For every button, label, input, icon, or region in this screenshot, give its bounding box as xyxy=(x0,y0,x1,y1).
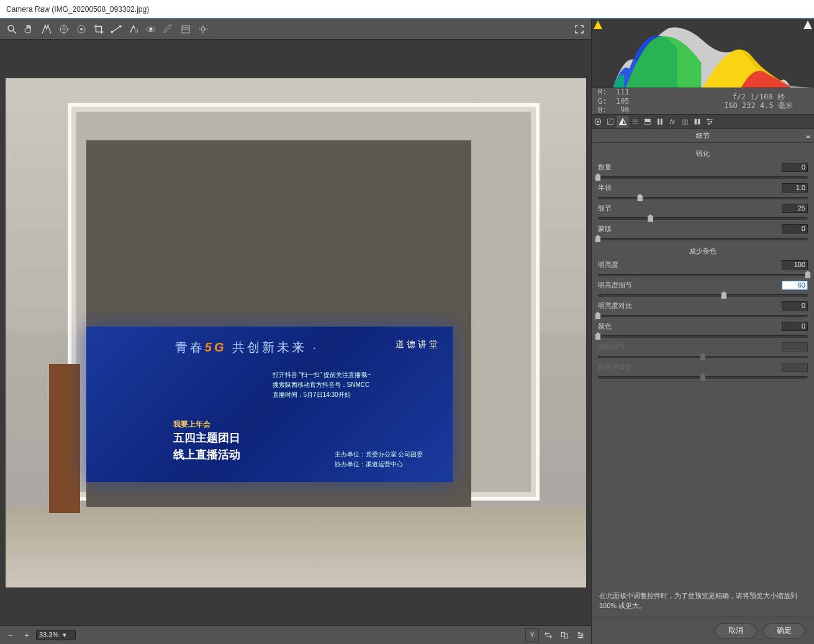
svg-point-15 xyxy=(150,27,153,30)
slider-label: 明亮度 xyxy=(598,260,618,270)
tab-lens[interactable] xyxy=(654,116,666,128)
slider-track[interactable] xyxy=(598,291,808,299)
slider-thumb[interactable] xyxy=(595,332,601,340)
svg-point-35 xyxy=(597,120,599,123)
ok-button[interactable]: 确定 xyxy=(763,624,805,638)
tab-basic[interactable] xyxy=(592,116,604,128)
slider-thumb[interactable] xyxy=(805,271,811,278)
panel-help-text: 在此面板中调整控件时，为了使预览更精确，请将预览大小缩放到 100% 或更大。 xyxy=(592,585,814,617)
slider-label: 数量 xyxy=(598,163,612,172)
slider-color: 颜色0 xyxy=(598,321,808,340)
slider-track[interactable] xyxy=(598,173,808,181)
zoom-out-button[interactable]: − xyxy=(4,628,17,642)
svg-point-30 xyxy=(581,634,582,635)
led-txt3: 直播时间：5月7日14:30开始 xyxy=(273,390,371,400)
tab-presets[interactable] xyxy=(691,116,703,128)
redeye-tool-icon[interactable] xyxy=(143,21,159,37)
hand-tool-icon[interactable] xyxy=(21,21,37,37)
radial-filter-icon[interactable] xyxy=(195,21,211,37)
slider-label: 明亮度对比 xyxy=(598,301,632,311)
tab-calib[interactable] xyxy=(679,116,691,128)
zoom-in-button[interactable]: + xyxy=(20,628,34,642)
slider-thumb[interactable] xyxy=(648,214,653,222)
info-readout: R: 111 G: 105 B: 98 f/2 1/100 秒 ISO 232 … xyxy=(592,88,814,114)
straighten-tool-icon[interactable] xyxy=(108,21,124,37)
slider-track[interactable] xyxy=(598,311,808,320)
slider-thumb[interactable] xyxy=(637,194,643,201)
slider-thumb[interactable] xyxy=(721,291,726,299)
preview-settings-button[interactable] xyxy=(574,628,587,642)
crop-tool-icon[interactable] xyxy=(91,21,107,37)
slider-value-input[interactable]: 1.0 xyxy=(782,183,808,193)
slider-masking: 蒙版0 xyxy=(598,224,808,243)
histogram[interactable] xyxy=(592,19,814,88)
fullscreen-icon[interactable] xyxy=(571,21,587,37)
readout-iso-focal: ISO 232 4.5 毫米 xyxy=(724,101,793,110)
zoom-tool-icon[interactable] xyxy=(4,21,20,37)
tab-curve[interactable] xyxy=(604,116,617,128)
white-balance-icon[interactable] xyxy=(38,21,55,37)
readout-g-value: 105 xyxy=(616,97,630,106)
slider-thumb[interactable] xyxy=(595,312,601,319)
spot-removal-icon[interactable] xyxy=(125,21,142,37)
readout-r-value: 111 xyxy=(616,88,630,96)
slider-value-input[interactable]: 0 xyxy=(782,163,808,172)
dialog-footer: 取消 确定 xyxy=(592,617,814,644)
svg-line-1 xyxy=(13,30,16,34)
slider-thumb[interactable] xyxy=(595,235,601,242)
svg-rect-42 xyxy=(644,119,650,122)
panel-menu-icon[interactable]: ≡ xyxy=(807,132,810,140)
image-preview[interactable]: 青春5G 共创新未来 · 道德讲堂 打开抖音 "扫一扫" 提前关注直播哦~ 搜索… xyxy=(0,40,591,625)
tab-snapshots[interactable] xyxy=(703,116,716,128)
svg-rect-25 xyxy=(564,633,568,638)
slider-track[interactable] xyxy=(598,332,808,340)
window-title: Camera Raw (IMG_20200508_093302.jpg) xyxy=(6,5,149,14)
led-lecture: 道德讲堂 xyxy=(396,339,440,350)
slider-value-input[interactable]: 60 xyxy=(782,281,808,290)
section-heading: 减少杂色 xyxy=(598,244,808,260)
slider-value-input[interactable]: 100 xyxy=(782,260,808,270)
readout-r-label: R: xyxy=(598,88,607,96)
svg-rect-24 xyxy=(561,632,564,637)
cancel-button[interactable]: 取消 xyxy=(715,624,757,638)
slider-track[interactable] xyxy=(598,270,808,279)
tab-fx[interactable]: fx xyxy=(666,116,679,128)
svg-rect-45 xyxy=(661,119,662,124)
graduated-filter-icon[interactable] xyxy=(178,21,194,37)
led-txt1: 打开抖音 "扫一扫" 提前关注直播哦~ xyxy=(273,370,371,380)
color-sampler-icon[interactable] xyxy=(56,21,72,37)
slider-thumb[interactable] xyxy=(595,173,601,181)
led-org1: 主办单位：党委办公室 公司团委 xyxy=(335,450,423,460)
tab-hsl[interactable] xyxy=(629,116,641,128)
slider-value-input[interactable]: 25 xyxy=(782,204,808,213)
slider-label: 细节 xyxy=(598,204,612,213)
preview-bottom-bar: − + 33.3% ▾ Y xyxy=(0,625,591,644)
svg-marker-32 xyxy=(594,20,602,29)
shadow-clip-icon[interactable] xyxy=(594,20,602,29)
copy-settings-button[interactable] xyxy=(558,628,571,642)
svg-line-10 xyxy=(112,26,120,32)
slider-value-input[interactable]: 0 xyxy=(782,301,808,311)
swap-view-button[interactable] xyxy=(541,628,555,642)
highlight-clip-icon[interactable] xyxy=(803,20,812,29)
slider-lum_detail: 明亮度细节60 xyxy=(598,280,808,299)
before-after-y-button[interactable]: Y xyxy=(525,628,539,642)
led-headline-pre: 青春 xyxy=(175,340,205,354)
target-adjust-icon[interactable] xyxy=(73,21,89,37)
panel-heading: 细节 ≡ xyxy=(592,129,814,143)
svg-point-54 xyxy=(710,121,712,122)
tab-split[interactable] xyxy=(641,116,654,128)
tab-detail[interactable] xyxy=(617,116,629,128)
slider-track[interactable] xyxy=(598,193,808,202)
slider-track[interactable] xyxy=(598,214,808,222)
slider-value-input[interactable]: 0 xyxy=(782,224,808,234)
svg-point-53 xyxy=(708,119,709,120)
zoom-level-select[interactable]: 33.3% ▾ xyxy=(36,630,76,640)
svg-point-2 xyxy=(63,27,66,30)
slider-value-input[interactable]: 0 xyxy=(782,322,808,331)
slider-label: 明亮度细节 xyxy=(598,281,632,290)
slider-luminance: 明亮度100 xyxy=(598,260,808,279)
svg-rect-43 xyxy=(644,122,650,125)
slider-track[interactable] xyxy=(598,234,808,243)
adjustment-brush-icon[interactable] xyxy=(160,21,176,37)
